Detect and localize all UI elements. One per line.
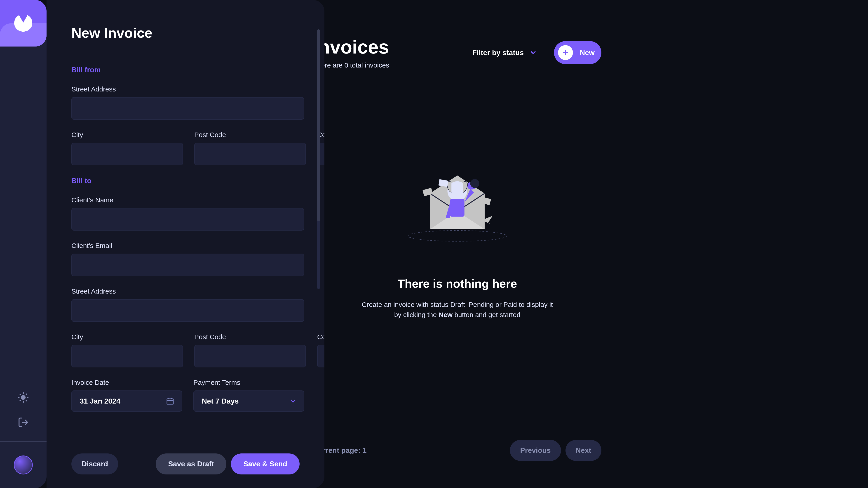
next-button[interactable]: Next xyxy=(565,440,601,461)
svg-point-12 xyxy=(408,231,506,241)
empty-title: There is nothing here xyxy=(398,277,517,290)
pagination: Current page: 1 Previous Next xyxy=(313,440,601,461)
logo-icon xyxy=(14,14,32,32)
svg-point-0 xyxy=(21,395,26,400)
invoice-date-input[interactable]: 31 Jan 2024 xyxy=(71,390,182,412)
svg-point-16 xyxy=(470,179,479,188)
svg-rect-18 xyxy=(438,179,448,187)
new-invoice-drawer: New Invoice Bill from Street Address Cit… xyxy=(46,0,324,488)
bill-to-name-input[interactable] xyxy=(71,208,304,231)
plus-icon xyxy=(563,50,568,55)
svg-rect-14 xyxy=(450,199,464,217)
filter-button[interactable]: Filter by status xyxy=(472,48,536,57)
bill-from-city-input[interactable] xyxy=(71,143,183,165)
filter-label: Filter by status xyxy=(472,48,524,57)
bill-from-street-label: Street Address xyxy=(71,85,304,93)
empty-illustration xyxy=(403,155,512,250)
empty-state: There is nothing here Create an invoice … xyxy=(313,155,601,320)
page-subtitle: There are 0 total invoices xyxy=(313,61,389,69)
payment-terms-label: Payment Terms xyxy=(193,379,304,386)
page-title: Invoices xyxy=(313,36,389,58)
sidebar-divider xyxy=(0,442,46,442)
bill-to-city-input[interactable] xyxy=(71,345,183,367)
payment-terms-value: Net 7 Days xyxy=(202,397,239,405)
drawer-footer: Discard Save as Draft Save & Send xyxy=(46,440,324,488)
bill-from-city-label: City xyxy=(71,131,183,139)
previous-button[interactable]: Previous xyxy=(510,440,561,461)
save-draft-button[interactable]: Save as Draft xyxy=(156,453,226,475)
bill-to-street-input[interactable] xyxy=(71,299,304,322)
new-button[interactable]: New xyxy=(554,41,601,64)
bill-to-postcode-input[interactable] xyxy=(194,345,306,367)
new-button-circle xyxy=(558,45,573,60)
bill-from-section-title: Bill from xyxy=(71,66,304,74)
logout-icon[interactable] xyxy=(18,417,29,428)
invoice-date-value: 31 Jan 2024 xyxy=(80,397,120,405)
bill-to-street-label: Street Address xyxy=(71,288,304,295)
svg-rect-20 xyxy=(167,399,173,404)
svg-line-3 xyxy=(20,394,21,395)
bill-to-city-label: City xyxy=(71,333,183,341)
payment-terms-select[interactable]: Net 7 Days xyxy=(193,390,304,412)
scrollbar[interactable] xyxy=(317,29,320,289)
bill-from-postcode-input[interactable] xyxy=(194,143,306,165)
empty-text: Create an invoice with status Draft, Pen… xyxy=(361,299,553,320)
bill-to-section-title: Bill to xyxy=(71,176,304,185)
header: Invoices There are 0 total invoices Filt… xyxy=(313,36,601,69)
drawer-title: New Invoice xyxy=(71,25,304,41)
bill-to-name-label: Client's Name xyxy=(71,196,304,204)
chevron-down-icon xyxy=(530,51,536,55)
new-button-label: New xyxy=(580,48,595,57)
logo[interactable] xyxy=(0,0,46,46)
bill-to-country-input[interactable] xyxy=(317,345,324,367)
bill-to-email-label: Client's Email xyxy=(71,242,304,250)
svg-line-7 xyxy=(20,400,21,401)
svg-rect-11 xyxy=(563,52,568,53)
calendar-icon xyxy=(166,397,174,405)
bill-to-email-input[interactable] xyxy=(71,254,304,276)
bill-from-street-input[interactable] xyxy=(71,97,304,120)
svg-line-8 xyxy=(26,394,27,395)
bill-to-country-label: Country xyxy=(317,333,324,341)
bill-from-postcode-label: Post Code xyxy=(194,131,306,139)
chevron-down-icon xyxy=(290,399,296,403)
sidebar xyxy=(0,0,46,488)
theme-toggle-icon[interactable] xyxy=(18,392,29,403)
bill-to-postcode-label: Post Code xyxy=(194,333,306,341)
svg-line-4 xyxy=(26,400,27,401)
invoice-date-label: Invoice Date xyxy=(71,379,182,386)
avatar[interactable] xyxy=(14,455,33,475)
save-send-button[interactable]: Save & Send xyxy=(231,453,300,475)
discard-button[interactable]: Discard xyxy=(71,453,118,475)
